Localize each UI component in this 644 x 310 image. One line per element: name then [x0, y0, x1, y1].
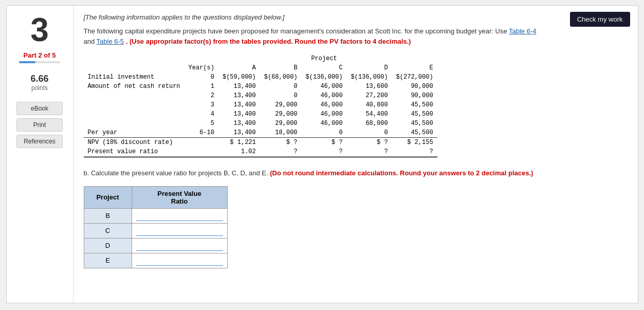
section-b-bold: (Do not round intermediate calculations.… [270, 169, 533, 177]
points-label: points [31, 84, 48, 92]
section-b: b. Calculate the present value ratio for… [84, 168, 546, 178]
references-button[interactable]: References [16, 135, 63, 148]
points-value: 6.66 [30, 74, 48, 84]
col-header-b: B [260, 63, 302, 72]
part-bar-fill [19, 61, 35, 63]
main-content: Check my work [The following information… [73, 6, 638, 303]
answer-project-cell: D [84, 238, 132, 253]
table-6-4-link[interactable]: Table 6-4 [509, 27, 536, 35]
answer-col1-header: Project [84, 186, 132, 208]
sidebar: 3 Part 2 of 5 6.66 points eBook Print Re… [7, 6, 73, 303]
answer-project-cell: B [84, 208, 132, 223]
answer-input-cell[interactable] [132, 238, 227, 253]
col-header-d: D [347, 63, 392, 72]
col-header-a: A [218, 63, 260, 72]
print-button[interactable]: Print [16, 118, 63, 132]
description-plain: The following capital expenditure projec… [84, 27, 509, 35]
present-value-ratio-input-c[interactable] [136, 226, 223, 236]
answer-project-cell: E [84, 253, 132, 268]
answer-col2-header: Present ValueRatio [132, 186, 227, 208]
question-number: 3 [30, 13, 49, 46]
description-and: and [84, 38, 97, 45]
italic-note: [The following information applies to th… [84, 13, 628, 21]
table-6-5-link[interactable]: Table 6-5 [97, 38, 124, 45]
description: The following capital expenditure projec… [84, 26, 546, 46]
ebook-button[interactable]: eBook [16, 102, 63, 115]
section-b-prefix: b. Calculate the present value ratio for… [84, 169, 270, 177]
col-header-years: Year(s) [185, 63, 218, 72]
col-header-e: E [392, 63, 437, 72]
answer-input-cell[interactable] [132, 253, 227, 268]
part-label: Part 2 of 5 [24, 51, 56, 59]
col-header-c: C [302, 63, 347, 72]
check-my-work-button[interactable]: Check my work [570, 12, 630, 27]
present-value-ratio-input-b[interactable] [136, 211, 223, 221]
part-indicator: Part 2 of 5 [19, 51, 60, 63]
answer-table: Project Present ValueRatio BCDE [84, 186, 228, 268]
present-value-ratio-input-d[interactable] [136, 241, 223, 251]
answer-input-cell[interactable] [132, 223, 227, 238]
data-table: Project Year(s) A B C D E Initial invest… [84, 54, 437, 158]
answer-input-cell[interactable] [132, 208, 227, 223]
page-container: 3 Part 2 of 5 6.66 points eBook Print Re… [6, 5, 638, 303]
part-bar [19, 61, 60, 63]
present-value-ratio-input-e[interactable] [136, 256, 223, 266]
description-bold: . (Use appropriate factor(s) from the ta… [126, 38, 411, 45]
answer-project-cell: C [84, 223, 132, 238]
